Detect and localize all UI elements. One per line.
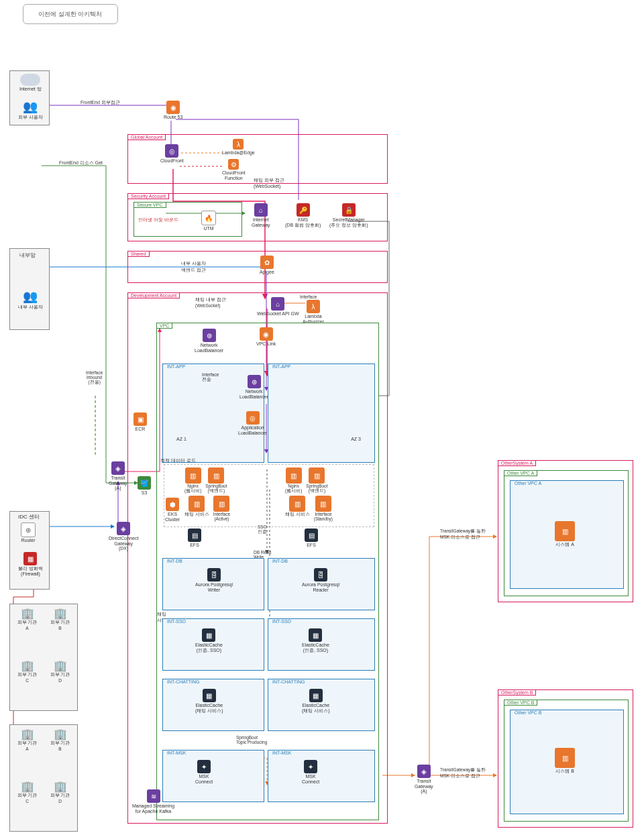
building-icon: 🏢	[54, 607, 67, 620]
igw-icon: ⌂	[254, 203, 268, 217]
sysB-label: 시스템 B	[555, 769, 574, 774]
vpclink-label: VPC Link	[256, 341, 276, 347]
msk-connect-1: ✦MSK Connect	[195, 760, 213, 784]
ovpcA-tag: Other VPC A	[504, 470, 537, 476]
system-a: ▥시스템 A	[555, 521, 575, 547]
secure-vpc-tag: Secure VPC	[133, 202, 166, 208]
osb-tag: OtherSystem B	[498, 689, 536, 696]
secure-vpc: Secure VPC 인터넷 아웃 바운드 🔥UTM	[133, 202, 242, 237]
firewall-icon: ▦	[23, 552, 37, 565]
dx-icon: ◈	[117, 522, 130, 535]
secretmanager: 🔒SecretManager (주요 정보 암호화)	[329, 203, 368, 227]
server-icon: ▥	[555, 521, 575, 541]
tgw-icon: ◈	[111, 461, 125, 475]
nlb2: ⊛Network LoadBalancer	[239, 375, 268, 399]
sm-icon: 🔒	[342, 203, 356, 217]
cache-icon: ▦	[202, 628, 215, 642]
vpc-tag: VPC	[156, 323, 172, 329]
org-d2: 🏢외부 기관 D	[46, 780, 74, 828]
static-load-label: 정적 데이터 로드	[160, 458, 196, 464]
igw-label: Internet Gateway	[252, 217, 270, 227]
ec-chat-1: ▦ElasticCache (채팅 서비스)	[195, 689, 223, 713]
internet-box: Internet 망 👥외부 사용자	[9, 70, 50, 125]
int-msk-2: INT-MSK ✦MSK Connect	[268, 750, 375, 802]
ecsso1-label: ElasticCache (인증, SSO)	[195, 643, 223, 653]
efs2: ▤EFS	[305, 529, 318, 548]
lambda-icon: λ	[307, 300, 320, 313]
intdb2-tag: INT-DB	[270, 559, 290, 563]
sbtopic-label: SpringBoot Topic Producing	[236, 735, 267, 744]
route53-icon: ◉	[166, 101, 180, 114]
router-label: Router	[21, 538, 35, 543]
int-db-1: INT-DB 🗄Aurora Postgresql Writer	[162, 558, 264, 610]
cloudfront-function: ⚙CloudFront Function	[222, 159, 246, 180]
ec2-icon: ▥	[289, 496, 305, 512]
vpc: VPC ⊛Network LoadBalancer ◉VPC Link INT-…	[156, 323, 379, 820]
ovpcB-tag: Other VPC B	[504, 700, 537, 706]
org-c: 🏢외부 기관 C	[13, 659, 42, 708]
ovpcB-inner-tag: Other VPC B	[512, 710, 544, 715]
msk-connect-2: ✦MSK Connect	[302, 760, 319, 784]
chatsvc-az1: ▥채팅 서비스	[184, 496, 209, 521]
iface-forward-label: Interface 전송	[202, 372, 219, 383]
int-db-2: INT-DB 🗄Aurora Postgresql Reader	[268, 558, 375, 610]
ec2-icon: ▥	[185, 467, 201, 484]
intapp1-tag: INT-APP	[164, 364, 188, 369]
lambda-icon: λ	[233, 139, 244, 150]
tgwmsk-label-a: TransitGateway를 통한 MSK 리소스로 접근	[440, 529, 486, 541]
vpclink-icon: ◉	[260, 327, 273, 341]
iface-inbound-label: Interface Inbound (전용)	[86, 370, 103, 386]
efs-icon: ▤	[188, 529, 201, 542]
efs1: ▤EFS	[188, 529, 201, 548]
ecchat1-label: ElasticCache (채팅 서비스)	[195, 703, 223, 713]
server-icon: ▥	[555, 748, 575, 768]
sso-auth-label: SSO 인증	[258, 524, 267, 535]
system-b: ▥시스템 B	[555, 748, 575, 774]
building-icon: 🏢	[54, 659, 67, 672]
apigee-icon: ✿	[260, 256, 274, 269]
nlb1-label: Network LoadBalancer	[195, 343, 223, 353]
iface-standby: ▥Interface (Standby)	[314, 496, 333, 521]
efs1-label: EFS	[190, 543, 199, 548]
eks-icon: ⬢	[166, 498, 179, 511]
cffunc-icon: ⚙	[228, 159, 239, 170]
ecr-label: ECR	[136, 427, 146, 432]
ovpcA-inner-tag: Other VPC A	[512, 481, 544, 486]
shared-tag: Shared	[127, 251, 150, 257]
chat-int-label: 채팅 내부 접근 (WebSocket)	[195, 297, 226, 308]
org-c2: 🏢외부 기관 C	[13, 780, 42, 828]
ec2-icon: ▥	[213, 496, 229, 512]
int-app-az3: INT-APP AZ 3	[268, 364, 375, 463]
security-account: Security Account Secure VPC 인터넷 아웃 바운드 🔥…	[127, 193, 388, 241]
dx-gateway: ◈DirectConnect Gateway (DX)	[109, 522, 138, 551]
aurora-r-label: Aurora Postgresql Reader	[302, 582, 339, 592]
fe-ext-label: FrontEnd 외부접근	[80, 99, 120, 106]
internal-net-box: 내부망 👥내부 사용자	[9, 248, 50, 330]
intsso1-tag: INT-SSO	[164, 619, 189, 624]
security-tag: Security Account	[127, 193, 169, 199]
ec2-icon: ▥	[208, 467, 224, 484]
msk2-label: MSK Connect	[302, 774, 319, 784]
title-text: 이전에 설계한 아키텍처	[38, 10, 102, 19]
lambda-edge-label: Lambda@Edge	[222, 150, 255, 156]
cache-icon: ▦	[203, 689, 216, 702]
intchat2-tag: INT-CHATTING	[270, 679, 307, 684]
cffunc-label: CloudFront Function	[222, 170, 246, 180]
org-a: 🏢외부 기관 A	[13, 607, 42, 655]
fe-get-label: FrontEnd 리소스 Get	[59, 160, 103, 166]
ec-chat-2: ▦ElasticCache (채팅 서비스)	[302, 689, 330, 713]
internet-gateway: ⌂Internet Gateway	[252, 203, 270, 227]
s3: 🪣S3	[138, 476, 151, 496]
building-icon: 🏢	[21, 607, 34, 620]
alb: ◎Application LoadBalancer	[238, 411, 267, 435]
ecr: ▣ECR	[133, 412, 147, 432]
aurora-writer: 🗄Aurora Postgresql Writer	[195, 568, 233, 592]
org-d: 🏢외부 기관 D	[46, 659, 74, 708]
msk-label: Managed Streaming for Apache Kafka	[132, 803, 174, 814]
msk1-label: MSK Connect	[195, 774, 213, 784]
org-a2: 🏢외부 기관 A	[13, 728, 42, 776]
org-b: 🏢외부 기관 B	[46, 607, 74, 655]
nginx-az3: ▥Nginx (웹서버)	[285, 467, 302, 494]
building-icon: 🏢	[54, 728, 67, 740]
chatsvc-az3: ▥채팅 서비스	[285, 496, 310, 521]
